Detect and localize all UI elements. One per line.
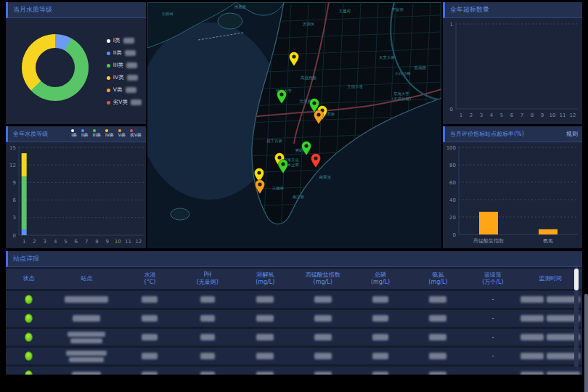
legend-item[interactable]: I类 [107,37,142,44]
rate-bar [479,212,498,234]
legend-label: IV类 [105,132,114,139]
legend-item[interactable]: II类 [107,49,142,57]
time-cell [519,372,582,375]
value-cell [294,296,351,303]
value-cell [237,334,294,340]
svg-text:100: 100 [446,145,456,151]
value-cell [121,353,179,359]
legend-item[interactable]: V类 [107,86,142,94]
redacted-block [73,315,100,322]
legend-item[interactable]: IV类 [107,74,142,81]
map-place-label: 滨湖区 [303,22,315,27]
legend-value-redacted [125,50,136,56]
panel-month-quality-header: 当月水质等级 [6,2,146,18]
value-cell [409,353,467,359]
legend-value-redacted [127,75,138,81]
table-row[interactable]: - [6,329,582,346]
month-rate-chart: 020406080100高锰酸盐指数氨氮 [443,142,582,248]
redacted-value [256,315,274,322]
legend-item[interactable]: IV类 [105,129,114,139]
table-header-row: 状态站点水温(°C)PH(无量纲)溶解氧(mg/L)高锰酸盐指数(mg/L)总磷… [6,269,582,289]
panel-month-quality: 当月水质等级 I类II类III类IV类V类劣V类 [6,2,146,124]
legend-item[interactable]: III类 [93,129,101,139]
value-cell [351,296,409,303]
redacted-value [314,372,332,375]
legend-item[interactable]: 劣V类 [130,129,142,139]
column-header-0: 状态 [6,275,52,282]
value-cell [237,353,294,359]
legend-item[interactable]: V类 [118,129,126,139]
redacted-time [520,315,544,322]
stacked-bar-segment [22,229,27,235]
panel-year-exceed: 全年超标数量 01123456789101112 [443,2,582,124]
redacted-block [65,296,108,303]
redacted-block [72,372,101,375]
panel-title: 全年超标数量 [450,5,489,15]
donut-hole [36,48,75,87]
value-cell [294,353,351,359]
year-quality-legend: I类II类III类IV类V类劣V类 [71,129,142,139]
status-indicator [25,314,33,323]
map-place-label: 高浪西路 [301,75,317,81]
legend-item[interactable]: 劣V类 [107,99,142,106]
legend-dot [107,89,110,92]
svg-text:60: 60 [449,180,456,186]
svg-text:6: 6 [75,239,78,245]
table-row[interactable]: - [6,291,582,308]
legend-item[interactable]: I类 [71,129,77,139]
svg-text:6: 6 [13,197,17,203]
value-cell [351,315,409,322]
chlorophyll-cell: - [467,296,518,303]
status-indicator [25,370,33,375]
svg-text:6: 6 [510,113,514,118]
value-cell [121,334,179,340]
value-cell [179,334,236,340]
svg-text:80: 80 [449,163,456,168]
status-indicator [25,295,33,304]
redacted-value [256,296,274,303]
map-view[interactable]: 石鼓岭渔港路五星村中富区滨湖区天安大桥机场路小白沙桥高浪西路华南大学北亚桥寿安桥… [147,2,441,248]
redacted-block [70,338,102,343]
table-scrollbar[interactable] [574,267,579,367]
chlorophyll-value: - [491,296,494,303]
redacted-value [372,372,388,375]
table-row[interactable]: - [6,367,582,375]
redacted-value [200,315,215,322]
redacted-value [200,334,215,340]
value-cell [409,315,467,322]
legend-item[interactable]: II类 [81,129,89,139]
svg-text:1: 1 [450,22,453,28]
redacted-value [142,315,158,322]
panel-year-quality: 全年水质等级 I类II类III类IV类V类劣V类 036912151234567… [6,126,146,248]
table-scrollbar-thumb[interactable] [574,269,579,290]
legend-label: IV类 [113,74,124,81]
table-row[interactable]: - [6,310,582,327]
legend-label: V类 [113,86,123,94]
redacted-value [200,296,215,303]
redacted-value [142,353,158,359]
legend-item[interactable]: III类 [107,62,142,69]
svg-text:40: 40 [449,197,456,203]
time-cell [519,315,582,322]
legend-label: III类 [93,132,101,139]
svg-text:7: 7 [85,239,88,245]
status-cell [6,314,52,323]
chlorophyll-cell: - [467,334,518,340]
svg-text:0: 0 [450,107,453,113]
redacted-value [429,334,446,340]
value-cell [351,353,409,359]
chlorophyll-cell: - [467,315,518,322]
table-row[interactable]: - [6,348,582,364]
svg-text:12: 12 [570,113,576,118]
legend-label: I类 [113,37,121,44]
status-cell [6,295,52,304]
svg-text:4: 4 [54,239,57,245]
stacked-bar-segment [22,176,27,229]
legend-label: III类 [113,62,123,69]
rules-link[interactable]: 规则 [566,130,578,138]
status-cell [6,332,52,342]
station-cell [52,332,121,343]
chlorophyll-value: - [491,334,494,340]
page-scrollbar-thumb[interactable] [584,294,588,392]
redacted-value [372,334,388,340]
